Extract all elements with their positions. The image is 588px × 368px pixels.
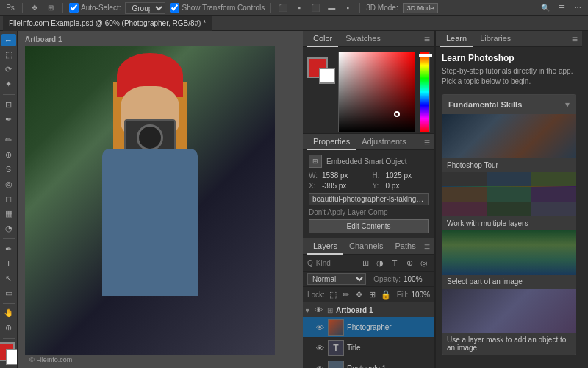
- type-tool[interactable]: T: [1, 258, 16, 270]
- props-type-label: Embedded Smart Object: [326, 158, 407, 166]
- path-tool[interactable]: ↖: [1, 272, 16, 285]
- tab-paths[interactable]: Paths: [390, 238, 422, 255]
- color-fg-bg[interactable]: [307, 57, 334, 84]
- align5[interactable]: ▪: [342, 2, 354, 14]
- color-swatches[interactable]: [0, 342, 18, 365]
- file-tab[interactable]: FileInfo.com Example.psd @ 60% (Photogra…: [3, 16, 212, 31]
- learn-thumb-sub3: [531, 172, 576, 186]
- tab-channels[interactable]: Channels: [343, 238, 389, 255]
- arrange-icon[interactable]: ⊞: [45, 2, 57, 14]
- color-more-icon[interactable]: ≡: [424, 33, 430, 45]
- learn-item-select[interactable]: Select part of an image: [442, 230, 576, 289]
- lock-artboard-icon[interactable]: ⊞: [368, 289, 378, 300]
- lock-brush-icon[interactable]: ✏: [341, 289, 351, 300]
- tab-color[interactable]: Color: [307, 31, 338, 47]
- zoom-tool[interactable]: ⊕: [1, 322, 16, 334]
- gradient-tool[interactable]: ▦: [1, 208, 16, 220]
- learn-thumb-sub7: [442, 202, 487, 216]
- artboard-icon: ⊞: [327, 306, 333, 314]
- history-tool[interactable]: ◎: [1, 178, 16, 191]
- artboard-visibility[interactable]: 👁: [312, 304, 324, 316]
- dodge-tool[interactable]: ◔: [1, 222, 16, 235]
- tab-properties[interactable]: Properties: [307, 134, 356, 150]
- learn-item-tour[interactable]: Photoshop Tour: [442, 114, 576, 172]
- layers-more-icon[interactable]: ≡: [424, 241, 430, 252]
- lasso-tool[interactable]: ⟳: [1, 63, 16, 76]
- tab-libraries[interactable]: Libraries: [474, 31, 517, 47]
- color-preview-box: [307, 52, 334, 132]
- color-bg[interactable]: [319, 68, 335, 84]
- tab-layers[interactable]: Layers: [307, 238, 343, 255]
- blend-mode-select[interactable]: Normal Multiply Screen: [307, 273, 366, 285]
- move-tool[interactable]: ↔: [1, 34, 16, 46]
- layer-name-photographer: Photographer: [347, 323, 431, 331]
- smart-object-icon: ⊞: [309, 155, 322, 168]
- layers-toolbar: Q Kind ⊞ ◑ T ⊕ ◎: [303, 255, 434, 272]
- align3[interactable]: ⬛: [309, 2, 321, 14]
- fundamental-skills-header[interactable]: Fundamental Skills ▾: [442, 95, 576, 114]
- align1[interactable]: ⬛: [277, 2, 289, 14]
- layer-row-rectangle[interactable]: 👁 Rectangle 1: [303, 358, 434, 368]
- filter-text-icon[interactable]: T: [389, 257, 401, 269]
- background-color[interactable]: [6, 349, 18, 365]
- pen-tool[interactable]: ✒: [1, 243, 16, 255]
- settings-icon[interactable]: ⋯: [572, 2, 584, 14]
- search-icon[interactable]: 🔍: [539, 2, 551, 14]
- align2[interactable]: ▪: [293, 2, 305, 14]
- layer-vis-title[interactable]: 👁: [315, 343, 325, 353]
- shape-tool[interactable]: ▭: [1, 287, 16, 300]
- props-content: ⊞ Embedded Smart Object W: 1538 px H: 10…: [303, 150, 434, 238]
- sep2: [62, 3, 63, 13]
- blend-toolbar: Normal Multiply Screen Opacity: 100%: [303, 272, 434, 287]
- lock-transparent-icon[interactable]: ⬚: [328, 289, 338, 300]
- layer-row-photographer[interactable]: 👁 Photographer: [303, 317, 434, 338]
- marquee-tool[interactable]: ⬚: [1, 49, 16, 61]
- canvas-image[interactable]: [25, 46, 275, 355]
- props-more-icon[interactable]: ≡: [424, 136, 430, 148]
- healing-tool[interactable]: ⊕: [1, 149, 16, 161]
- artboard-group-row[interactable]: ▾ 👁 ⊞ Artboard 1: [303, 302, 434, 317]
- learn-thumb-sub6: [531, 187, 576, 201]
- filter-smart-icon[interactable]: ⊕: [404, 257, 415, 269]
- tab-swatches[interactable]: Swatches: [340, 31, 387, 47]
- learn-more-icon[interactable]: ≡: [572, 33, 578, 45]
- tab-adjustments[interactable]: Adjustments: [356, 134, 412, 150]
- layer-vis-rectangle[interactable]: 👁: [315, 364, 325, 369]
- quick-select-tool[interactable]: ✦: [1, 78, 16, 91]
- move-icon[interactable]: ✥: [29, 2, 40, 14]
- filter-adj-icon[interactable]: ◑: [374, 257, 386, 269]
- align4[interactable]: ▬: [326, 2, 337, 14]
- eyedropper-tool[interactable]: ✒: [1, 113, 16, 126]
- transform-checkbox[interactable]: [170, 3, 179, 13]
- crop-tool[interactable]: ⊡: [1, 99, 16, 111]
- hand-tool[interactable]: 🤚: [1, 307, 16, 319]
- artboard-arrow[interactable]: ▾: [306, 306, 309, 314]
- learn-thumb-sub5: [487, 187, 531, 201]
- filter-color-icon[interactable]: ◎: [418, 257, 430, 269]
- filter-type-icon[interactable]: ⊞: [359, 257, 371, 269]
- learn-thumb-sub4: [442, 187, 487, 201]
- auto-select-checkbox[interactable]: [69, 3, 79, 13]
- brush-tool[interactable]: ✏: [1, 134, 16, 146]
- lock-position-icon[interactable]: ✥: [354, 289, 365, 300]
- 3d-mode-btn[interactable]: 3D Mode: [403, 3, 439, 13]
- color-content: [303, 47, 434, 137]
- lock-fill-bar: Lock: ⬚ ✏ ✥ ⊞ 🔒 Fill: 100%: [303, 287, 434, 302]
- color-spectrum[interactable]: [420, 52, 430, 132]
- learn-item-layers[interactable]: Work with multiple layers: [442, 172, 576, 230]
- learn-label-layers: Work with multiple layers: [442, 216, 576, 230]
- layer-row-title[interactable]: 👁 T Title: [303, 338, 434, 358]
- learn-panel: Learn Libraries ≡ Learn Photoshop Step-b…: [435, 31, 582, 368]
- props-link[interactable]: Don't Apply Layer Comp: [309, 208, 429, 216]
- auto-select-select[interactable]: Group Layer: [125, 2, 165, 14]
- learn-item-mask[interactable]: Use a layer mask to add an object to an …: [442, 289, 576, 355]
- stamp-tool[interactable]: S: [1, 163, 16, 176]
- tab-learn[interactable]: Learn: [440, 31, 473, 47]
- layer-vis-photographer[interactable]: 👁: [315, 322, 325, 333]
- edit-contents-button[interactable]: Edit Contents: [309, 219, 429, 233]
- lock-all-icon[interactable]: 🔒: [381, 289, 391, 300]
- workspace-icon[interactable]: ☰: [556, 2, 567, 14]
- eraser-tool[interactable]: ◻: [1, 193, 16, 205]
- props-dimensions: W: 1538 px H: 1025 px X: -385 px Y:: [309, 171, 429, 190]
- color-picker[interactable]: [338, 52, 415, 132]
